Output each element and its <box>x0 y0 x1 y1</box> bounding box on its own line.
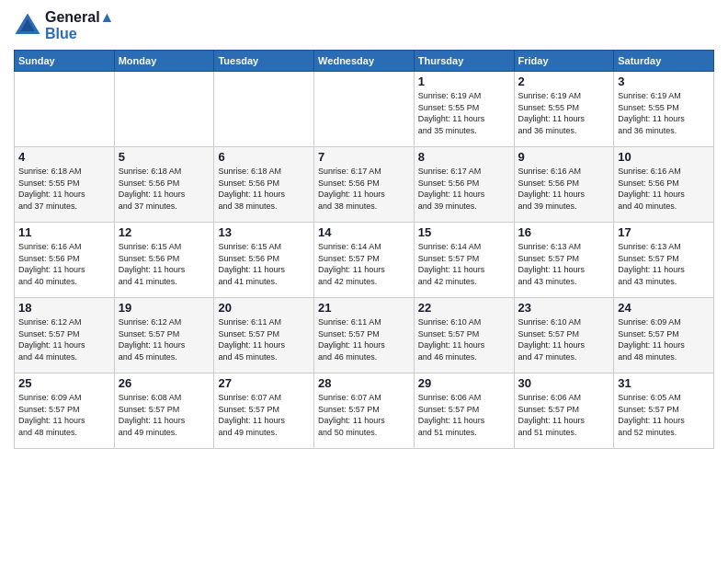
calendar-cell: 16Sunrise: 6:13 AMSunset: 5:57 PMDayligh… <box>514 223 614 298</box>
day-info: Sunrise: 6:07 AMSunset: 5:57 PMDaylight:… <box>318 392 410 438</box>
day-info: Sunrise: 6:07 AMSunset: 5:57 PMDaylight:… <box>218 392 310 438</box>
day-info: Sunrise: 6:15 AMSunset: 5:56 PMDaylight:… <box>119 241 210 287</box>
day-info: Sunrise: 6:10 AMSunset: 5:57 PMDaylight:… <box>418 316 510 362</box>
day-number: 19 <box>119 301 210 315</box>
calendar-cell: 22Sunrise: 6:10 AMSunset: 5:57 PMDayligh… <box>414 298 514 373</box>
calendar-table: SundayMondayTuesdayWednesdayThursdayFrid… <box>14 50 714 449</box>
calendar-cell: 26Sunrise: 6:08 AMSunset: 5:57 PMDayligh… <box>114 373 214 449</box>
calendar-cell <box>314 72 415 147</box>
calendar-cell: 19Sunrise: 6:12 AMSunset: 5:57 PMDayligh… <box>114 298 214 373</box>
calendar-week-row: 4Sunrise: 6:18 AMSunset: 5:55 PMDaylight… <box>15 147 714 223</box>
day-info: Sunrise: 6:16 AMSunset: 5:56 PMDaylight:… <box>518 166 610 212</box>
day-info: Sunrise: 6:11 AMSunset: 5:57 PMDaylight:… <box>218 316 310 362</box>
day-header-tuesday: Tuesday <box>214 51 314 72</box>
calendar-cell: 20Sunrise: 6:11 AMSunset: 5:57 PMDayligh… <box>214 298 314 373</box>
calendar-cell: 31Sunrise: 6:05 AMSunset: 5:57 PMDayligh… <box>614 373 714 449</box>
day-number: 7 <box>318 150 410 164</box>
day-number: 16 <box>518 225 610 239</box>
calendar-cell: 24Sunrise: 6:09 AMSunset: 5:57 PMDayligh… <box>614 298 714 373</box>
day-number: 12 <box>119 225 210 239</box>
calendar-cell: 23Sunrise: 6:10 AMSunset: 5:57 PMDayligh… <box>514 298 614 373</box>
day-number: 27 <box>218 376 310 390</box>
calendar-cell: 21Sunrise: 6:11 AMSunset: 5:57 PMDayligh… <box>314 298 415 373</box>
day-number: 25 <box>18 376 110 390</box>
calendar-week-row: 25Sunrise: 6:09 AMSunset: 5:57 PMDayligh… <box>15 373 714 449</box>
day-info: Sunrise: 6:13 AMSunset: 5:57 PMDaylight:… <box>518 241 610 287</box>
calendar-cell: 7Sunrise: 6:17 AMSunset: 5:56 PMDaylight… <box>314 147 415 223</box>
calendar-cell: 8Sunrise: 6:17 AMSunset: 5:56 PMDaylight… <box>414 147 514 223</box>
logo: General▲ Blue <box>14 9 114 42</box>
day-info: Sunrise: 6:11 AMSunset: 5:57 PMDaylight:… <box>318 316 410 362</box>
day-info: Sunrise: 6:17 AMSunset: 5:56 PMDaylight:… <box>318 166 410 212</box>
day-number: 4 <box>18 150 110 164</box>
day-number: 31 <box>618 376 710 390</box>
day-info: Sunrise: 6:12 AMSunset: 5:57 PMDaylight:… <box>18 316 110 362</box>
day-number: 24 <box>618 301 710 315</box>
calendar-cell: 29Sunrise: 6:06 AMSunset: 5:57 PMDayligh… <box>414 373 514 449</box>
calendar-cell: 14Sunrise: 6:14 AMSunset: 5:57 PMDayligh… <box>314 223 415 298</box>
day-header-saturday: Saturday <box>614 51 714 72</box>
day-info: Sunrise: 6:17 AMSunset: 5:56 PMDaylight:… <box>418 166 510 212</box>
calendar-cell <box>214 72 314 147</box>
calendar-cell: 27Sunrise: 6:07 AMSunset: 5:57 PMDayligh… <box>214 373 314 449</box>
day-number: 18 <box>18 301 110 315</box>
day-number: 30 <box>518 376 610 390</box>
day-number: 8 <box>418 150 510 164</box>
day-info: Sunrise: 6:06 AMSunset: 5:57 PMDaylight:… <box>418 392 510 438</box>
calendar-week-row: 11Sunrise: 6:16 AMSunset: 5:56 PMDayligh… <box>15 223 714 298</box>
calendar-cell: 18Sunrise: 6:12 AMSunset: 5:57 PMDayligh… <box>15 298 115 373</box>
day-info: Sunrise: 6:19 AMSunset: 5:55 PMDaylight:… <box>518 90 610 136</box>
day-number: 10 <box>618 150 710 164</box>
day-info: Sunrise: 6:06 AMSunset: 5:57 PMDaylight:… <box>518 392 610 438</box>
calendar-cell: 28Sunrise: 6:07 AMSunset: 5:57 PMDayligh… <box>314 373 415 449</box>
day-info: Sunrise: 6:18 AMSunset: 5:55 PMDaylight:… <box>18 166 110 212</box>
calendar-cell: 2Sunrise: 6:19 AMSunset: 5:55 PMDaylight… <box>514 72 614 147</box>
calendar-cell: 4Sunrise: 6:18 AMSunset: 5:55 PMDaylight… <box>15 147 115 223</box>
calendar-cell: 6Sunrise: 6:18 AMSunset: 5:56 PMDaylight… <box>214 147 314 223</box>
calendar-cell: 25Sunrise: 6:09 AMSunset: 5:57 PMDayligh… <box>15 373 115 449</box>
day-number: 14 <box>318 225 410 239</box>
day-info: Sunrise: 6:12 AMSunset: 5:57 PMDaylight:… <box>119 316 210 362</box>
page: General▲ Blue SundayMondayTuesdayWednesd… <box>0 0 728 563</box>
day-number: 21 <box>318 301 410 315</box>
day-info: Sunrise: 6:10 AMSunset: 5:57 PMDaylight:… <box>518 316 610 362</box>
calendar-cell: 3Sunrise: 6:19 AMSunset: 5:55 PMDaylight… <box>614 72 714 147</box>
calendar-cell: 30Sunrise: 6:06 AMSunset: 5:57 PMDayligh… <box>514 373 614 449</box>
day-info: Sunrise: 6:13 AMSunset: 5:57 PMDaylight:… <box>618 241 710 287</box>
calendar-cell: 1Sunrise: 6:19 AMSunset: 5:55 PMDaylight… <box>414 72 514 147</box>
day-info: Sunrise: 6:18 AMSunset: 5:56 PMDaylight:… <box>119 166 210 212</box>
day-number: 17 <box>618 225 710 239</box>
logo-text: General▲ Blue <box>45 9 114 42</box>
calendar-header-row: SundayMondayTuesdayWednesdayThursdayFrid… <box>15 51 714 72</box>
day-info: Sunrise: 6:19 AMSunset: 5:55 PMDaylight:… <box>418 90 510 136</box>
calendar-week-row: 1Sunrise: 6:19 AMSunset: 5:55 PMDaylight… <box>15 72 714 147</box>
day-info: Sunrise: 6:09 AMSunset: 5:57 PMDaylight:… <box>18 392 110 438</box>
day-info: Sunrise: 6:16 AMSunset: 5:56 PMDaylight:… <box>618 166 710 212</box>
calendar-cell: 11Sunrise: 6:16 AMSunset: 5:56 PMDayligh… <box>15 223 115 298</box>
day-header-monday: Monday <box>114 51 214 72</box>
calendar-cell <box>15 72 115 147</box>
day-info: Sunrise: 6:09 AMSunset: 5:57 PMDaylight:… <box>618 316 710 362</box>
day-number: 13 <box>218 225 310 239</box>
day-header-sunday: Sunday <box>15 51 115 72</box>
day-number: 26 <box>119 376 210 390</box>
day-number: 28 <box>318 376 410 390</box>
calendar-cell: 15Sunrise: 6:14 AMSunset: 5:57 PMDayligh… <box>414 223 514 298</box>
calendar-cell: 5Sunrise: 6:18 AMSunset: 5:56 PMDaylight… <box>114 147 214 223</box>
calendar-cell: 12Sunrise: 6:15 AMSunset: 5:56 PMDayligh… <box>114 223 214 298</box>
day-info: Sunrise: 6:14 AMSunset: 5:57 PMDaylight:… <box>318 241 410 287</box>
calendar-cell <box>114 72 214 147</box>
day-number: 3 <box>618 75 710 88</box>
header: General▲ Blue <box>14 9 714 42</box>
day-number: 29 <box>418 376 510 390</box>
day-number: 20 <box>218 301 310 315</box>
day-info: Sunrise: 6:18 AMSunset: 5:56 PMDaylight:… <box>218 166 310 212</box>
day-number: 6 <box>218 150 310 164</box>
day-info: Sunrise: 6:08 AMSunset: 5:57 PMDaylight:… <box>119 392 210 438</box>
calendar-cell: 9Sunrise: 6:16 AMSunset: 5:56 PMDaylight… <box>514 147 614 223</box>
day-number: 11 <box>18 225 110 239</box>
day-number: 5 <box>119 150 210 164</box>
day-info: Sunrise: 6:14 AMSunset: 5:57 PMDaylight:… <box>418 241 510 287</box>
day-number: 22 <box>418 301 510 315</box>
day-info: Sunrise: 6:16 AMSunset: 5:56 PMDaylight:… <box>18 241 110 287</box>
